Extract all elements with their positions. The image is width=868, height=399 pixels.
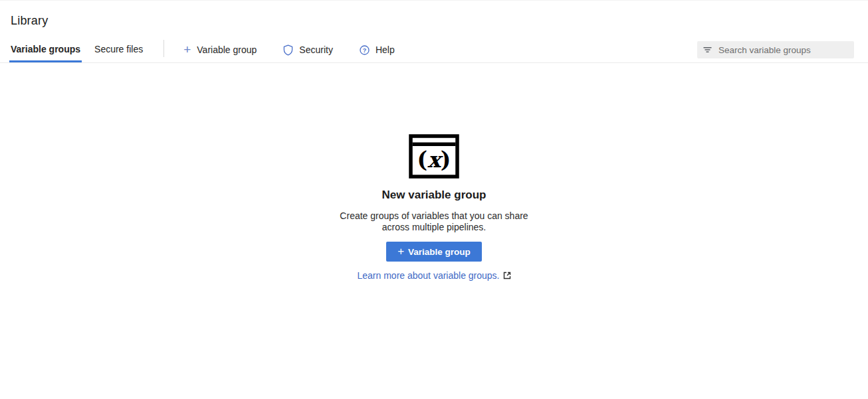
empty-state-description: Create groups of variables that you can … (340, 210, 528, 233)
svg-text:?: ? (363, 46, 367, 53)
empty-state-title: New variable group (382, 189, 487, 202)
variable-group-icon: (x) (409, 134, 459, 179)
learn-more-label: Learn more about variable groups. (357, 270, 499, 281)
tab-secure-files[interactable]: Secure files (93, 37, 144, 62)
search-input[interactable] (718, 45, 849, 55)
page-title: Library (11, 14, 857, 28)
toolbar-help-label: Help (376, 44, 395, 55)
shield-icon (283, 44, 293, 56)
toolbar-variable-group-label: Variable group (197, 44, 257, 55)
toolbar-security-button[interactable]: Security (283, 37, 333, 62)
tab-secure-files-label: Secure files (94, 44, 143, 54)
learn-more-link[interactable]: Learn more about variable groups. (357, 270, 510, 281)
plus-icon: + (183, 43, 191, 56)
toolbar-spacer (395, 37, 697, 62)
svg-text:(x): (x) (417, 147, 451, 173)
external-link-icon (503, 272, 511, 279)
filter-icon (703, 44, 712, 56)
plus-icon: + (397, 246, 404, 257)
empty-state-description-line1: Create groups of variables that you can … (340, 210, 528, 222)
page-header: Library (0, 0, 868, 37)
empty-state: (x) New variable group Create groups of … (0, 134, 868, 281)
tab-variable-groups-label: Variable groups (11, 44, 80, 54)
search-box[interactable] (697, 41, 854, 58)
empty-state-description-line2: across multiple pipelines. (340, 222, 528, 233)
tab-command-bar: Variable groups Secure files + Variable … (0, 37, 868, 63)
toolbar-security-label: Security (299, 44, 333, 55)
tab-variable-groups[interactable]: Variable groups (9, 37, 82, 62)
toolbar-divider (163, 40, 164, 57)
toolbar-variable-group-button[interactable]: + Variable group (183, 37, 257, 62)
toolbar-help-button[interactable]: ? Help (360, 37, 395, 62)
help-icon: ? (360, 45, 370, 55)
variable-group-button-label: Variable group (408, 247, 471, 257)
variable-group-button[interactable]: + Variable group (386, 242, 482, 262)
